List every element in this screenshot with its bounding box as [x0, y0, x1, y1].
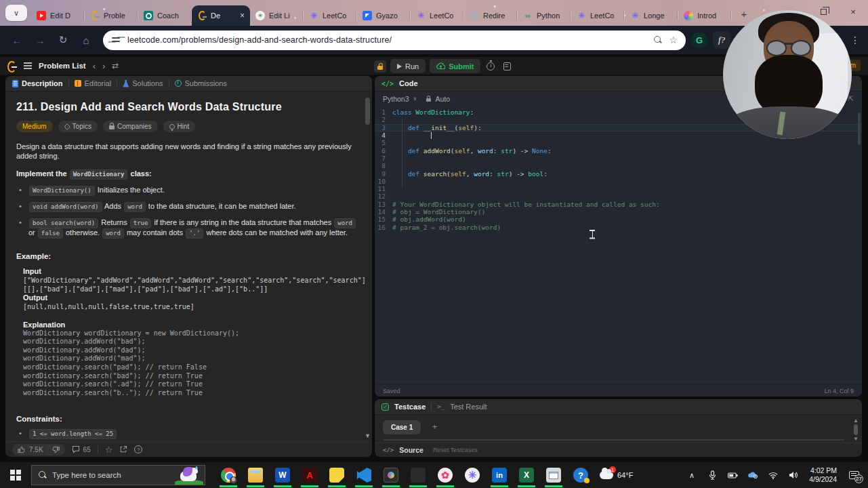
code-line[interactable]: 16# param_2 = obj.search(word): [375, 223, 862, 230]
home-button[interactable]: ⌂: [75, 35, 98, 46]
tab-search-button[interactable]: ∨: [5, 5, 27, 21]
scroll-up-icon[interactable]: ▲: [853, 418, 859, 424]
tab-test-result[interactable]: Test Result: [450, 403, 487, 411]
taskbar-snip[interactable]: [540, 462, 567, 488]
code-line[interactable]: 9 def search(self, word: str) -> bool:: [375, 169, 862, 177]
code-line[interactable]: 14# obj = WordDictionary(): [375, 208, 862, 216]
run-button[interactable]: Run: [390, 59, 426, 73]
browser-tab[interactable]: Gyazo: [357, 5, 411, 26]
submit-button[interactable]: Submit: [430, 59, 480, 73]
taskbar-leetcode-app[interactable]: ✳: [459, 462, 486, 488]
prev-problem-button[interactable]: ‹: [93, 61, 96, 71]
like-dislike-group[interactable]: 7.5K: [12, 444, 65, 455]
cursor-position[interactable]: Ln 4, Col 9: [824, 388, 854, 394]
favorite-star-icon[interactable]: ☆: [105, 445, 113, 455]
browser-tab[interactable]: Introd: [678, 5, 732, 26]
scroll-down-icon[interactable]: ▼: [365, 432, 371, 439]
browser-tab[interactable]: LeetCo: [571, 5, 625, 26]
feedback-icon[interactable]: ?: [134, 445, 142, 453]
clock[interactable]: 4:02 PM 4/9/2024: [809, 466, 837, 484]
description-scrollbar[interactable]: [365, 95, 370, 438]
microphone-icon[interactable]: [703, 462, 721, 488]
source-button[interactable]: Source: [399, 446, 423, 454]
auto-toggle[interactable]: Auto: [435, 95, 450, 103]
code-line[interactable]: 11: [375, 185, 862, 192]
browser-tab[interactable]: De×: [192, 5, 250, 26]
code-line[interactable]: 12: [375, 192, 862, 200]
taskbar-linkedin[interactable]: in: [486, 462, 513, 488]
address-bar[interactable]: leetcode.com/problems/design-add-and-sea…: [103, 30, 686, 50]
grammarly-extension-icon[interactable]: G: [691, 32, 707, 48]
code-line[interactable]: 10: [375, 178, 862, 185]
code-line[interactable]: 15# obj.addWord(word): [375, 216, 862, 223]
tab-submissions[interactable]: Submissions: [175, 79, 227, 87]
search-icon[interactable]: [654, 36, 662, 44]
taskbar-gotomeeting[interactable]: ✿: [432, 462, 459, 488]
share-icon[interactable]: [119, 445, 127, 453]
taskbar-sticky-notes[interactable]: [323, 462, 350, 488]
editor-scrollbar[interactable]: [858, 113, 861, 145]
code-line[interactable]: 8: [375, 162, 862, 169]
thumbs-down-icon[interactable]: [52, 446, 60, 453]
browser-menu-icon[interactable]: ⋮: [850, 35, 860, 45]
new-tab-button[interactable]: +: [737, 6, 751, 21]
problem-list-button[interactable]: Problem List: [39, 62, 86, 70]
language-selector[interactable]: Python3: [383, 95, 409, 103]
code-line[interactable]: 7: [375, 155, 862, 162]
site-info-icon[interactable]: [111, 35, 121, 45]
window-close-button[interactable]: ×: [838, 0, 868, 23]
taskbar-slack[interactable]: [405, 462, 432, 488]
code-line[interactable]: 6 def addWord(self, word: str) -> None:: [375, 146, 862, 154]
url-text[interactable]: leetcode.com/problems/design-add-and-sea…: [127, 35, 647, 45]
tab-description[interactable]: Description: [12, 79, 63, 87]
taskbar-acrobat[interactable]: A: [296, 462, 323, 488]
testcase-hscrollbar[interactable]: [383, 439, 844, 441]
thumbs-up-icon[interactable]: [18, 446, 25, 453]
browser-tab[interactable]: Longe: [625, 5, 678, 26]
start-button[interactable]: [0, 462, 31, 488]
browser-tab[interactable]: LeetCo: [304, 5, 357, 26]
comments-button[interactable]: 65: [72, 445, 91, 453]
taskbar-help[interactable]: ?: [567, 462, 594, 488]
browser-tab[interactable]: Edit D: [31, 5, 85, 26]
taskbar-vscode[interactable]: [350, 462, 377, 488]
taskbar-file-explorer[interactable]: [242, 462, 269, 488]
timer-icon[interactable]: [484, 60, 497, 73]
hint-badge[interactable]: Hint: [163, 121, 196, 132]
difficulty-badge[interactable]: Medium: [16, 121, 53, 132]
tab-solutions[interactable]: Solutions: [123, 79, 163, 87]
back-button[interactable]: ←: [5, 35, 28, 46]
taskbar-chrome[interactable]: [215, 462, 242, 488]
browser-tab[interactable]: LeetCo: [411, 5, 464, 26]
taskbar-word[interactable]: W: [269, 462, 296, 488]
add-case-button[interactable]: +: [432, 422, 438, 432]
testcase-vscrollbar[interactable]: ▲ ▼: [852, 418, 859, 441]
taskbar-photos[interactable]: [377, 462, 405, 488]
leetcode-logo[interactable]: [7, 60, 17, 72]
taskbar-excel[interactable]: X: [513, 462, 540, 488]
next-problem-button[interactable]: ›: [102, 61, 105, 71]
browser-tab[interactable]: Python: [518, 5, 571, 26]
case-1-tab[interactable]: Case 1: [383, 420, 421, 434]
onedrive-icon[interactable]: [744, 462, 762, 488]
notes-icon[interactable]: [501, 60, 513, 73]
weather-widget[interactable]: 1 64°F: [600, 471, 633, 479]
notification-center[interactable]: 27: [844, 462, 864, 488]
extension-icon[interactable]: f?: [713, 31, 730, 49]
browser-tab[interactable]: Coach: [138, 5, 192, 26]
browser-tab[interactable]: Redire: [464, 5, 518, 26]
topics-badge[interactable]: Topics: [58, 121, 98, 132]
forward-button[interactable]: →: [28, 35, 51, 46]
browser-tab[interactable]: Proble: [85, 5, 138, 26]
wifi-icon[interactable]: [764, 462, 782, 488]
expand-icon[interactable]: ⇱: [848, 95, 854, 102]
tab-code[interactable]: Code: [399, 79, 418, 87]
bookmark-star-icon[interactable]: ☆: [669, 35, 678, 45]
reload-button[interactable]: ↻: [51, 34, 75, 46]
taskbar-search[interactable]: Type here to search: [31, 465, 205, 485]
code-line[interactable]: 13# Your WordDictionary object will be i…: [375, 201, 862, 208]
volume-icon[interactable]: [785, 462, 802, 488]
debugger-icon[interactable]: [374, 60, 386, 73]
battery-icon[interactable]: [724, 462, 741, 488]
tab-editorial[interactable]: Editorial: [75, 79, 112, 87]
